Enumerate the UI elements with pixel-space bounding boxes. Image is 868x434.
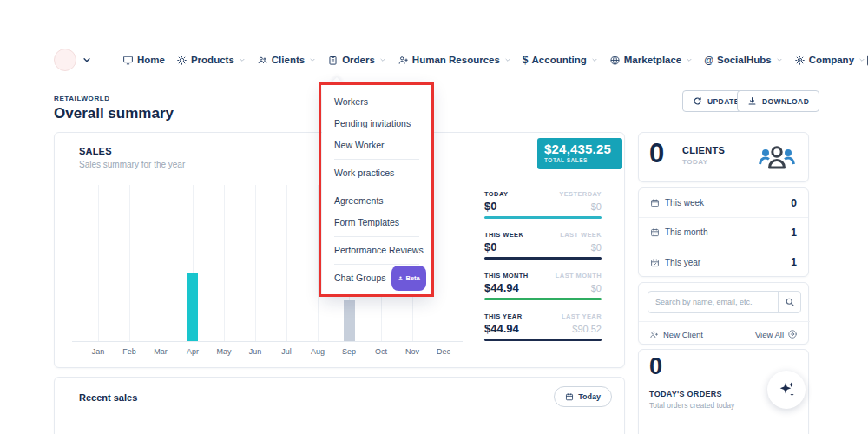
workspace-switcher[interactable] — [54, 49, 91, 71]
calendar-icon — [650, 227, 660, 237]
clients-sublabel: TODAY — [682, 158, 708, 166]
chart-baseline — [72, 341, 463, 342]
search-button[interactable] — [778, 292, 800, 312]
orders-label: TODAY'S ORDERS — [649, 390, 722, 398]
ai-assistant-button[interactable] — [767, 371, 806, 409]
sales-card-subtitle: Sales summary for the year — [79, 160, 185, 169]
stat-value: $0 — [484, 200, 496, 213]
chevron-down-icon — [591, 56, 598, 63]
divider — [639, 321, 810, 322]
menu-item-work-practices[interactable]: Work practices — [322, 162, 431, 184]
chart-bar-sep — [344, 300, 355, 341]
download-button[interactable]: DOWNLOAD — [737, 90, 819, 112]
axis-tick-sep: Sep — [333, 347, 365, 356]
axis-tick-jun: Jun — [240, 347, 271, 356]
list-item-this-week: This week 0 — [639, 188, 808, 218]
menu-item-label: New Worker — [334, 135, 385, 156]
stat-compare-value: $0 — [591, 242, 602, 253]
list-item-value: 1 — [791, 256, 797, 268]
nav-item-clients[interactable]: Clients — [257, 55, 316, 66]
menu-item-form-templates[interactable]: Form Templates — [322, 212, 431, 233]
nav-item-company[interactable]: Company — [794, 55, 865, 66]
dollar-icon: $ — [523, 55, 529, 65]
menu-divider — [334, 236, 419, 237]
today-filter-button[interactable]: Today — [554, 386, 612, 407]
recent-sales-title: Recent sales — [79, 392, 137, 403]
search-icon — [785, 297, 795, 307]
at-sign-icon: @ — [704, 55, 713, 65]
list-item-value: 0 — [791, 197, 797, 209]
list-item-label: This year — [665, 258, 700, 267]
nav-item-marketplace[interactable]: Marketplace — [609, 55, 693, 66]
stat-label: TODAY — [484, 190, 508, 198]
axis-tick-may: May — [208, 347, 240, 356]
client-actions-row: New Client View All — [649, 326, 798, 342]
nav-label: Products — [191, 55, 234, 65]
chevron-down-icon — [686, 56, 693, 63]
view-all-label: View All — [755, 330, 784, 339]
menu-item-label: Workers — [334, 91, 368, 113]
menu-item-label: Pending invitations — [334, 113, 411, 135]
stat-compare-value: $90.52 — [572, 324, 602, 334]
top-navigation: Home Products Clients Orders Human Resou… — [54, 45, 816, 75]
axis-tick-nov: Nov — [397, 347, 428, 356]
nav-label: Human Resources — [412, 55, 500, 65]
nav-item-products[interactable]: Products — [176, 55, 246, 66]
stat-compare-value: $0 — [591, 283, 602, 293]
monitor-icon — [122, 55, 134, 66]
clients-label: CLIENTS — [682, 145, 725, 155]
nav-item-orders[interactable]: Orders — [327, 55, 386, 66]
sales-card-title: SALES — [79, 146, 112, 156]
menu-item-new-worker[interactable]: New Worker — [322, 135, 431, 156]
clipboard-icon — [327, 55, 339, 66]
menu-item-label: Performance Reviews — [334, 240, 424, 261]
stat-underline — [484, 216, 602, 219]
stat-value: $44.94 — [484, 322, 519, 335]
sales-stats: TODAYYESTERDAY $0$0 THIS WEEKLAST WEEK $… — [484, 190, 602, 341]
menu-item-workers[interactable]: Workers — [322, 91, 431, 113]
menu-divider — [334, 159, 419, 160]
stat-compare-value: $0 — [591, 201, 602, 212]
stat-this-year: THIS YEARLAST YEAR $44.94$90.52 — [484, 312, 602, 341]
menu-item-pending-invitations[interactable]: Pending invitations — [322, 113, 431, 135]
client-search-input[interactable] — [648, 292, 778, 312]
people-icon — [257, 55, 268, 66]
menu-item-chat-groups[interactable]: Chat Groups Beta — [322, 267, 431, 289]
nav-menu: Home Products Clients Orders Human Resou… — [122, 55, 865, 66]
nav-item-accounting[interactable]: $ Accounting — [523, 55, 598, 65]
nav-label: Marketplace — [624, 55, 681, 65]
menu-item-performance-reviews[interactable]: Performance Reviews — [322, 240, 431, 261]
stat-value: $44.94 — [484, 281, 519, 294]
globe-icon — [609, 55, 621, 66]
nav-item-home[interactable]: Home — [122, 55, 165, 66]
list-item-this-year: This year 1 — [639, 247, 808, 277]
clients-today-card: 0 CLIENTS TODAY — [638, 132, 809, 182]
workspace-breadcrumb: RETAILWORLD — [54, 95, 110, 102]
new-client-link[interactable]: New Client — [649, 330, 703, 339]
axis-tick-dec: Dec — [428, 347, 459, 356]
chevron-down-icon — [858, 56, 865, 63]
axis-tick-apr: Apr — [177, 347, 208, 356]
menu-item-label: Agreements — [334, 190, 384, 212]
nav-item-socialhubs[interactable]: @ SocialHubs — [704, 55, 782, 65]
stat-compare-label: LAST WEEK — [560, 231, 602, 239]
stat-today: TODAYYESTERDAY $0$0 — [484, 190, 602, 219]
download-label: DOWNLOAD — [762, 97, 809, 106]
chevron-down-icon — [239, 56, 246, 63]
nav-item-human-resources[interactable]: Human Resources — [398, 55, 511, 66]
refresh-icon — [693, 96, 702, 106]
menu-item-agreements[interactable]: Agreements — [322, 190, 431, 212]
total-sales-label: TOTAL SALES — [544, 157, 615, 163]
beta-badge: Beta — [391, 266, 426, 291]
stat-this-month: THIS MONTHLAST MONTH $44.94$0 — [484, 272, 602, 300]
recent-sales-card: Recent sales Today — [54, 377, 625, 434]
person-plus-icon — [649, 330, 659, 339]
axis-tick-oct: Oct — [365, 347, 397, 356]
gear-icon — [176, 55, 187, 66]
chevron-down-icon — [82, 56, 91, 64]
chevron-down-icon — [309, 56, 316, 63]
nav-label: Home — [137, 55, 165, 65]
client-search-card: New Client View All — [638, 282, 809, 345]
axis-tick-jul: Jul — [271, 347, 302, 356]
view-all-link[interactable]: View All — [755, 329, 798, 339]
